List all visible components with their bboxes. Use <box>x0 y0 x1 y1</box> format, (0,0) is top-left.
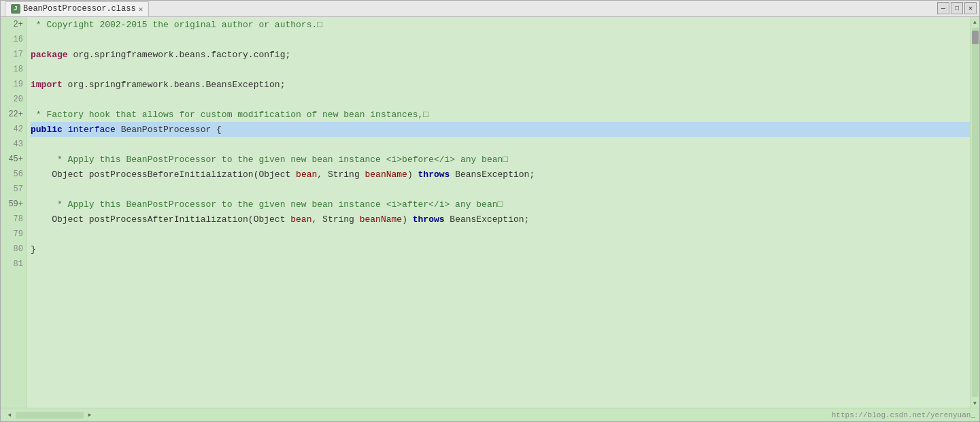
line-num: 19 <box>1 77 26 92</box>
line-num: 56 <box>1 167 26 182</box>
line-num: 20 <box>1 92 26 107</box>
code-lines: * Copyright 2002-2015 the original autho… <box>31 17 970 272</box>
bottom-bar: ◄ ► https://blog.csdn.net/yerenyuan_ <box>1 408 979 421</box>
window-controls: — □ ✕ <box>937 2 977 14</box>
code-line-81 <box>31 257 970 272</box>
close-button[interactable]: ✕ <box>964 2 977 14</box>
line-num: 79 <box>1 227 26 242</box>
vertical-scrollbar[interactable]: ▲ ▼ <box>970 17 979 408</box>
code-line-16 <box>31 32 970 47</box>
line-gutter: 2+ 16 17 18 19 20 22+ 42 43 45+ 56 57 59… <box>1 17 27 408</box>
minimize-button[interactable]: — <box>937 2 949 14</box>
editor-area: 2+ 16 17 18 19 20 22+ 42 43 45+ 56 57 59… <box>1 17 979 408</box>
code-line-45: * Apply this BeanPostProcessor to the gi… <box>31 152 970 167</box>
code-line-17: package org.springframework.beans.factor… <box>31 47 970 62</box>
code-line-56: Object postProcessBeforeInitialization(O… <box>31 167 970 182</box>
code-line-79 <box>31 227 970 242</box>
scroll-down-arrow[interactable]: ▼ <box>970 398 980 408</box>
scroll-thumb[interactable] <box>972 31 979 44</box>
line-num: 57 <box>1 182 26 197</box>
line-num: 43 <box>1 137 26 152</box>
h-scroll-track[interactable] <box>16 412 84 419</box>
line-num: 80 <box>1 242 26 257</box>
scroll-track[interactable] <box>972 28 979 397</box>
horizontal-scroll[interactable]: ◄ ► <box>5 410 95 420</box>
main-window: J BeanPostProcessor.class ✕ — □ ✕ 2+ 16 … <box>0 0 980 422</box>
line-num: 16 <box>1 32 26 47</box>
code-line-80: } <box>31 242 970 257</box>
line-num: 45+ <box>1 152 26 167</box>
code-line-78: Object postProcessAfterInitialization(Ob… <box>31 212 970 227</box>
line-num: 17 <box>1 47 26 62</box>
code-line-57 <box>31 182 970 197</box>
line-num: 42 <box>1 122 26 137</box>
code-line-42: public interface BeanPostProcessor { <box>31 122 970 137</box>
title-bar: J BeanPostProcessor.class ✕ — □ ✕ <box>1 1 979 17</box>
code-line-22: * Factory hook that allows for custom mo… <box>31 107 970 122</box>
watermark-text: https://blog.csdn.net/yerenyuan_ <box>832 411 975 419</box>
file-icon: J <box>11 4 20 14</box>
line-num: 81 <box>1 257 26 272</box>
scroll-right-arrow[interactable]: ► <box>85 410 95 420</box>
line-num: 59+ <box>1 197 26 212</box>
maximize-button[interactable]: □ <box>951 2 963 14</box>
code-line-18 <box>31 62 970 77</box>
line-num: 18 <box>1 62 26 77</box>
code-editor[interactable]: * Copyright 2002-2015 the original autho… <box>27 17 970 408</box>
code-line-59: * Apply this BeanPostProcessor to the gi… <box>31 197 970 212</box>
tab-close-button[interactable]: ✕ <box>139 5 143 14</box>
tab-label: BeanPostProcessor.class <box>23 4 136 14</box>
code-line-19: import org.springframework.beans.BeansEx… <box>31 77 970 92</box>
file-tab[interactable]: J BeanPostProcessor.class ✕ <box>5 1 149 16</box>
line-num: 2+ <box>1 17 26 32</box>
line-num: 22+ <box>1 107 26 122</box>
code-line-43 <box>31 137 970 152</box>
code-line-20 <box>31 92 970 107</box>
scroll-up-arrow[interactable]: ▲ <box>970 17 980 27</box>
line-num: 78 <box>1 212 26 227</box>
code-line-2: * Copyright 2002-2015 the original autho… <box>31 17 970 32</box>
scroll-left-arrow[interactable]: ◄ <box>5 410 14 420</box>
